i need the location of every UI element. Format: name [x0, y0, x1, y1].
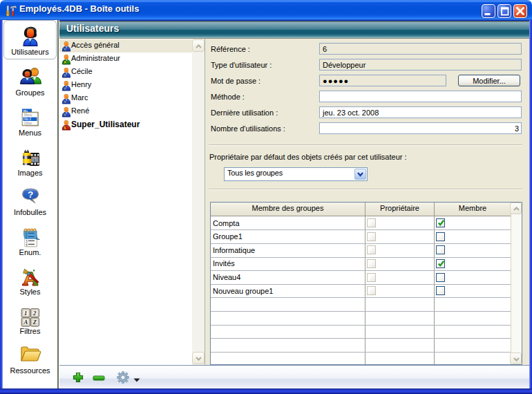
svg-text:Mo 2: Mo 2	[23, 118, 31, 121]
svg-text:1: 1	[24, 310, 27, 317]
svg-text:Z: Z	[32, 319, 37, 326]
svg-text:A: A	[23, 319, 28, 326]
svg-text:4: 4	[26, 243, 28, 247]
svg-text:M: M	[64, 113, 66, 117]
svg-text:2: 2	[25, 234, 27, 238]
svg-text:M: M	[64, 86, 66, 91]
svg-text:M: M	[64, 47, 66, 51]
svg-text:Menu: Menu	[23, 113, 32, 117]
svg-text:?: ?	[28, 189, 33, 200]
svg-text:S: S	[64, 126, 66, 130]
svg-text:M: M	[64, 73, 66, 77]
svg-text:2: 2	[32, 310, 36, 317]
svg-text:M: M	[64, 100, 66, 104]
svg-text:Other: Other	[23, 122, 32, 125]
